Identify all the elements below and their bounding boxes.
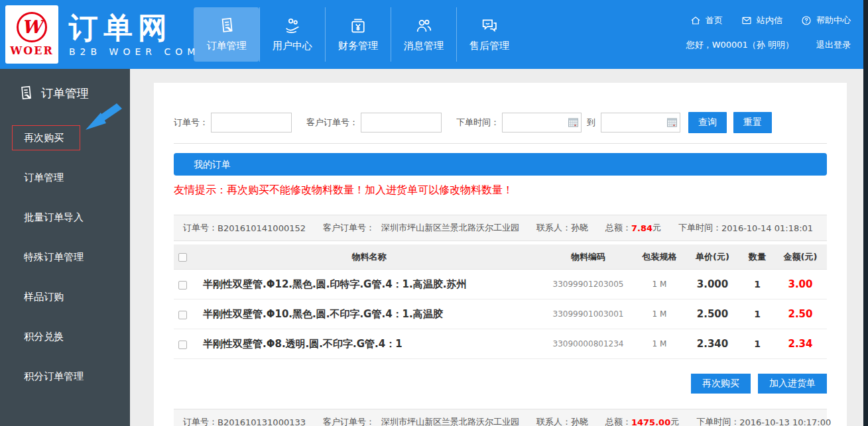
table-row: 半刚性双壁管.Φ12.黑色.圆.印特字.G管.4：1.高温胶.苏州 330999…	[174, 270, 827, 299]
total-label: 总额：	[605, 222, 631, 234]
item-amount: 3.00	[774, 278, 827, 290]
customer-order-no-input[interactable]	[361, 113, 442, 133]
table-row: 半刚性双壁管.Φ10.黑色.圆.不印字.G管.4：1.高温胶 330999010…	[174, 299, 827, 329]
row-checkbox[interactable]	[178, 281, 187, 290]
item-code: 33090000801234	[542, 339, 635, 348]
order-actions: 再次购买 加入进货单	[174, 374, 827, 394]
calendar-icon[interactable]	[667, 118, 677, 127]
sidebar-item-special-orders[interactable]: 特殊订单管理	[0, 237, 130, 277]
order-info-bar: 订单号： B201610131000133 客户订单号： 深圳市坪山新区兰景北路…	[174, 409, 827, 426]
order-time-value: 2016-10-14 01:18:01	[721, 223, 813, 233]
top-header: W WOER 订单网 B2B WOER COM 订单管理 用户中心	[0, 0, 868, 69]
sidebar-item-batch-order-import[interactable]: 批量订单导入	[0, 197, 130, 237]
sidebar-header: 订单管理	[0, 69, 130, 102]
sidebar-item-label: 订单管理	[24, 172, 64, 184]
nav-tab-finance[interactable]: 财务管理	[325, 7, 391, 62]
site-subtitle: B2B WOER COM	[69, 46, 200, 57]
order-info-bar: 订单号： B201610141000152 客户订单号： 深圳市坪山新区兰景北路…	[174, 215, 827, 241]
item-amount: 2.50	[774, 308, 827, 320]
logo-monogram: W	[22, 17, 42, 37]
total-amount: 1475.00	[631, 417, 670, 426]
user-greeting: 您好，W00001（孙 明明）	[686, 39, 794, 51]
date-range-to-label: 到	[587, 117, 595, 129]
sidebar-item-order-management[interactable]: 订单管理	[0, 158, 130, 197]
order-time-value: 2016-10-13 10:17:00	[739, 417, 831, 426]
scrollbar[interactable]	[863, 0, 868, 426]
query-button[interactable]: 查询	[688, 112, 727, 133]
add-to-purchase-list-button[interactable]: 加入进货单	[758, 374, 827, 394]
delivery-address: 深圳市坪山新区兰景北路沃尔工业园	[381, 222, 519, 234]
home-icon	[690, 15, 701, 26]
order-block: 订单号： B201610131000133 客户订单号： 深圳市坪山新区兰景北路…	[174, 409, 827, 426]
table-row: 半刚性双壁管.Φ8.透明.圆.不印字.G管.4：1 33090000801234…	[174, 329, 827, 359]
logo-emblem: W WOER	[5, 5, 58, 64]
nav-tab-label: 财务管理	[338, 40, 378, 52]
item-price: 3.000	[684, 278, 741, 290]
help-icon	[801, 15, 812, 26]
item-name: 半刚性双壁管.Φ10.黑色.圆.不印字.G管.4：1.高温胶	[196, 308, 542, 321]
sidebar: 订单管理 再次购买 订单管理 批量订单导入 特殊订单管理 样品订购 积分兑换 积…	[0, 69, 130, 426]
nav-tab-after-sales[interactable]: 售后管理	[456, 7, 522, 62]
sidebar-item-buy-again[interactable]: 再次购买	[0, 118, 130, 158]
item-qty: 1	[741, 309, 774, 319]
mail-icon	[741, 15, 752, 26]
order-no-value: B201610141000152	[217, 223, 306, 233]
sidebar-item-sample-purchase[interactable]: 样品订购	[0, 277, 130, 317]
nav-tab-label: 订单管理	[207, 40, 247, 52]
delivery-address: 深圳市坪山新区兰景北路沃尔工业园	[381, 416, 519, 426]
select-all-checkbox[interactable]	[178, 253, 187, 262]
row-checkbox[interactable]	[178, 341, 187, 349]
reset-button[interactable]: 重置	[733, 112, 772, 133]
order-no-label: 订单号：	[174, 117, 208, 129]
total-unit: 元	[652, 222, 661, 234]
item-price: 2.340	[684, 338, 741, 350]
order-time-label: 下单时间：	[678, 222, 721, 234]
home-link[interactable]: 首页	[690, 15, 723, 27]
nav-tab-order-management[interactable]: 订单管理	[194, 7, 259, 62]
sidebar-menu: 再次购买 订单管理 批量订单导入 特殊订单管理 样品订购 积分兑换 积分订单管理	[0, 118, 130, 396]
nav-tab-label: 用户中心	[273, 40, 312, 52]
quick-links: 首页 站内信 帮助中心	[686, 15, 851, 27]
inbox-link[interactable]: 站内信	[741, 15, 782, 27]
sidebar-item-label: 积分兑换	[24, 331, 64, 343]
calendar-icon[interactable]	[568, 118, 578, 127]
help-link[interactable]: 帮助中心	[801, 15, 851, 27]
sidebar-item-label: 特殊订单管理	[24, 251, 84, 263]
customer-order-label: 客户订单号：	[323, 416, 375, 426]
order-clipboard-icon	[17, 85, 34, 102]
col-header-qty: 数量	[741, 251, 774, 263]
item-name: 半刚性双壁管.Φ12.黑色.圆.印特字.G管.4：1.高温胶.苏州	[196, 278, 542, 291]
order-time-label: 下单时间：	[456, 117, 499, 129]
item-price: 2.500	[684, 308, 741, 320]
sidebar-item-label: 积分订单管理	[24, 370, 84, 382]
item-spec: 1 M	[635, 280, 684, 289]
inbox-link-label: 站内信	[757, 15, 782, 27]
nav-tab-messages[interactable]: 消息管理	[391, 7, 456, 62]
logo-brand-text: WOER	[10, 44, 53, 57]
sidebar-item-points-redeem[interactable]: 积分兑换	[0, 317, 130, 356]
contact-value: 孙晓	[571, 222, 588, 234]
site-title: 订单网	[69, 12, 200, 44]
item-qty: 1	[741, 339, 774, 349]
sidebar-item-points-orders[interactable]: 积分订单管理	[0, 356, 130, 396]
order-no-input[interactable]	[211, 113, 292, 133]
total-unit: 元	[670, 416, 679, 426]
contact-value: 孙晓	[571, 416, 588, 426]
my-orders-panel-title: 我的订单	[174, 153, 827, 176]
item-qty: 1	[741, 279, 774, 290]
customer-order-no-label: 客户订单号：	[306, 117, 358, 129]
order-block: 订单号： B201610141000152 客户订单号： 深圳市坪山新区兰景北路…	[174, 215, 827, 394]
row-checkbox[interactable]	[178, 311, 187, 319]
table-header-row: 物料名称 物料编码 包装规格 单价(元) 数量 金额(元)	[174, 244, 827, 270]
nav-tab-label: 售后管理	[469, 40, 509, 52]
sidebar-item-label: 批量订单导入	[24, 211, 84, 223]
main-content: 订单号： 客户订单号： 下单时间： 到	[130, 69, 863, 426]
total-amount: 7.84	[631, 223, 652, 233]
buy-again-button[interactable]: 再次购买	[691, 374, 751, 394]
logo[interactable]: W WOER 订单网 B2B WOER COM	[5, 5, 200, 64]
nav-tab-user-center[interactable]: 用户中心	[259, 7, 325, 62]
col-header-code: 物料编码	[542, 251, 635, 263]
logout-link[interactable]: 退出登录	[816, 39, 851, 51]
main-nav: 订单管理 用户中心 财务管理 消息管理	[194, 7, 522, 62]
col-header-price: 单价(元)	[684, 251, 741, 263]
